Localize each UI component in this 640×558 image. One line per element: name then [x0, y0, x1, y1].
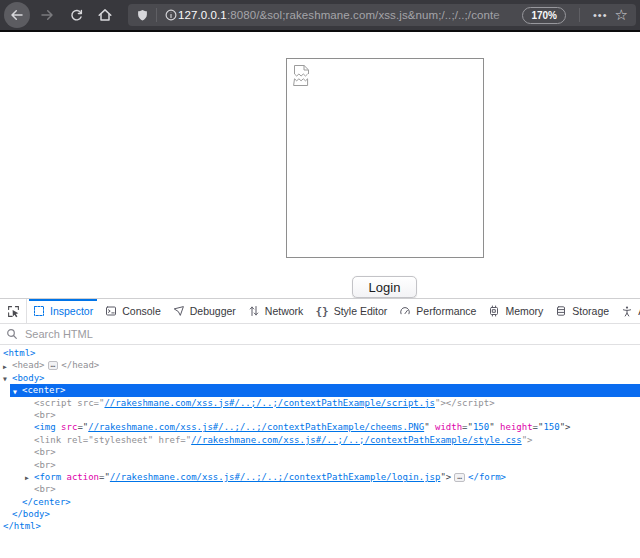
markup-token: "	[424, 422, 435, 432]
url-text[interactable]: 127.0.0.1:8080/&sol;rakeshmane.com/xss.j…	[178, 9, 518, 21]
browser-window: 127.0.0.1:8080/&sol;rakeshmane.com/xss.j…	[0, 0, 640, 558]
back-icon	[9, 7, 25, 23]
markup-token: </form>	[468, 472, 506, 482]
bookmark-star-button[interactable]: ☆	[615, 7, 628, 22]
markup-node[interactable]: ▼<body>	[0, 372, 640, 384]
tab-label: Network	[265, 305, 304, 317]
markup-node[interactable]: <link rel="stylesheet" href="//rakeshman…	[0, 434, 640, 446]
markup-token: ">	[560, 422, 571, 432]
url-path: :8080/&sol;rakeshmane.com/xss.js&num;/..…	[227, 9, 500, 21]
markup-node[interactable]: ▶<head>…</head>	[0, 359, 640, 371]
debugger-icon	[173, 305, 185, 317]
markup-token: <br>	[34, 410, 56, 420]
urlbar-divider	[579, 8, 580, 22]
markup-node[interactable]: <br>	[0, 483, 640, 495]
tab-performance[interactable]: Performance	[393, 299, 482, 323]
devtools-tabbar: InspectorConsoleDebuggerNetwork{}Style E…	[0, 299, 640, 324]
style-editor-icon: {}	[315, 305, 328, 318]
tab-label: Console	[122, 305, 161, 317]
markup-token: <br>	[34, 460, 56, 470]
markup-tree: <html>▶<head>…</head>▼<body>▼<center><sc…	[0, 345, 640, 533]
tab-label: Style Editor	[334, 305, 388, 317]
markup-token: <link rel="stylesheet" href="	[34, 435, 191, 445]
reload-button[interactable]	[64, 3, 88, 27]
pick-element-button[interactable]	[0, 299, 27, 323]
collapsed-content-badge[interactable]: …	[454, 473, 465, 482]
home-button[interactable]	[93, 3, 117, 27]
zoom-level-badge[interactable]: 170%	[522, 7, 566, 24]
markup-token: src	[61, 422, 77, 432]
site-info-icon[interactable]	[164, 8, 178, 22]
markup-token: //rakeshmane.com/xss.js#/..;/..;/context…	[88, 422, 424, 432]
tab-label: Performance	[416, 305, 476, 317]
forward-icon	[39, 7, 55, 23]
broken-image-icon	[293, 64, 312, 87]
broken-image-placeholder	[286, 58, 484, 258]
shield-icon[interactable]	[136, 8, 149, 23]
markup-token: //rakeshmane.com/xss.js#/..;/..;/context…	[110, 472, 441, 482]
devtools-search-row	[0, 324, 640, 345]
url-fade	[492, 9, 518, 21]
tab-label: Storage	[572, 305, 609, 317]
inspector-icon	[33, 305, 45, 317]
page-viewport: Login	[0, 32, 640, 298]
expand-collapse-arrow-icon[interactable]: ▼	[3, 373, 7, 384]
tab-memory[interactable]: Memory	[482, 299, 549, 323]
tab-style-editor[interactable]: {}Style Editor	[309, 299, 393, 323]
markup-node[interactable]: </center>	[0, 496, 640, 508]
markup-node[interactable]: <script src="//rakeshmane.com/xss.js#/..…	[0, 397, 640, 409]
markup-node[interactable]: ▶<form action="//rakeshmane.com/xss.js#/…	[0, 471, 640, 483]
markup-token: <center>	[22, 385, 65, 395]
tab-acc[interactable]: Acc	[615, 299, 640, 323]
forward-button[interactable]	[35, 3, 59, 27]
markup-token: ="	[77, 422, 88, 432]
url-host: 127.0.0.1	[178, 9, 227, 21]
markup-node[interactable]: </html>	[0, 520, 640, 532]
markup-token: <script src="	[34, 398, 104, 408]
accessibility-icon	[621, 305, 633, 317]
expand-expand-arrow-icon[interactable]: ▶	[25, 472, 29, 483]
markup-token: <head>	[12, 360, 45, 370]
markup-node[interactable]: <img src="//rakeshmane.com/xss.js#/..;/.…	[0, 421, 640, 433]
tab-debugger[interactable]: Debugger	[167, 299, 242, 323]
tab-inspector[interactable]: Inspector	[27, 299, 99, 323]
markup-token: <html>	[3, 348, 36, 358]
markup-token: height	[500, 422, 533, 432]
tab-storage[interactable]: Storage	[549, 299, 615, 323]
storage-icon	[555, 305, 567, 317]
markup-token: ="	[462, 422, 473, 432]
collapsed-content-badge[interactable]: …	[48, 361, 59, 370]
markup-token: </center>	[22, 497, 71, 507]
memory-icon	[488, 305, 500, 317]
back-button[interactable]	[4, 2, 30, 28]
markup-node[interactable]: <html>	[0, 347, 640, 359]
page-actions-button[interactable]: •••	[593, 9, 608, 21]
markup-token: <form	[34, 472, 61, 482]
tab-console[interactable]: Console	[99, 299, 167, 323]
markup-token: ="	[99, 472, 110, 482]
devtools-panel: InspectorConsoleDebuggerNetwork{}Style E…	[0, 298, 640, 558]
markup-token: <br>	[34, 447, 56, 457]
markup-node[interactable]: <br>	[0, 446, 640, 458]
tab-network[interactable]: Network	[242, 299, 310, 323]
markup-token: action	[67, 472, 100, 482]
browser-toolbar: 127.0.0.1:8080/&sol;rakeshmane.com/xss.j…	[0, 0, 640, 30]
network-icon	[248, 305, 260, 317]
markup-token: ">	[522, 435, 533, 445]
markup-node[interactable]: </body>	[0, 508, 640, 520]
urlbar-divider	[156, 8, 157, 22]
markup-node[interactable]: <br>	[0, 459, 640, 471]
login-button[interactable]: Login	[352, 276, 417, 298]
markup-token: width	[435, 422, 462, 432]
home-icon	[97, 7, 113, 23]
tab-label: Inspector	[50, 305, 93, 317]
markup-token: "	[489, 422, 500, 432]
search-html-input[interactable]	[23, 327, 634, 341]
search-icon	[6, 328, 18, 340]
expand-collapse-arrow-icon[interactable]: ▼	[13, 386, 17, 397]
markup-node[interactable]: <br>	[0, 409, 640, 421]
url-bar[interactable]: 127.0.0.1:8080/&sol;rakeshmane.com/xss.j…	[128, 4, 636, 26]
expand-expand-arrow-icon[interactable]: ▶	[3, 361, 7, 372]
markup-node-selected[interactable]: ▼<center>	[0, 384, 640, 396]
console-icon	[105, 305, 117, 317]
